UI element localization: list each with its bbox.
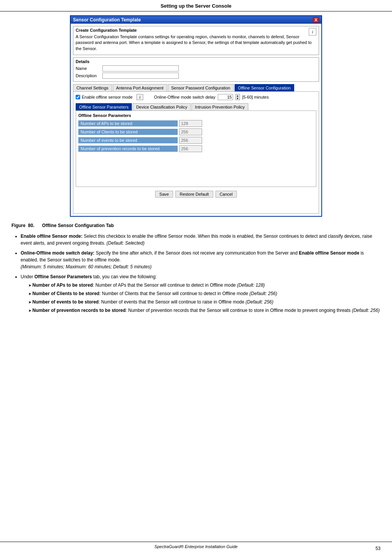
param-row-prevention: Number of prevention records to be store… (78, 145, 314, 152)
tab-content-offline: Enable offline sensor mode i Online-Offl… (73, 91, 319, 214)
name-label: Name (76, 66, 102, 71)
details-title: Details (76, 59, 316, 64)
main-tab-strip: Channel Settings Antenna Port Assignment… (73, 84, 319, 91)
param-row-clients: Number of Clients to be stored 256 (78, 128, 314, 135)
param-value-events: 256 (179, 137, 202, 144)
delay-up-arrow[interactable]: ▲ (236, 94, 240, 97)
param-label-aps: Number of APs to be stored (78, 120, 178, 127)
sub-item-clients: Number of Clients to be stored: Number o… (28, 290, 381, 297)
sub-list: Number of APs to be stored: Number of AP… (21, 282, 381, 314)
sensor-config-dialog: Sensor Configuration Template X i Create… (70, 15, 322, 217)
sub-section-title: Offline Sensor Parameters (78, 113, 314, 118)
enable-offline-label: Enable offline sensor mode (82, 95, 133, 99)
sub-tab-strip: Offline Sensor Parameters Device Classif… (76, 103, 316, 110)
delay-label: Online-Offline mode switch delay (154, 95, 215, 99)
info-icon: i (309, 28, 316, 36)
param-row-aps: Number of APs to be stored 128 (78, 120, 314, 127)
description-label: Description (76, 73, 102, 78)
param-label-clients: Number of Clients to be stored (78, 129, 178, 135)
restore-default-button[interactable]: Restore Default (175, 191, 213, 198)
param-value-clients: 256 (179, 128, 202, 135)
button-row: Save Restore Default Cancel (76, 191, 316, 199)
enable-offline-checkbox[interactable] (76, 95, 80, 99)
tab-offline-sensor[interactable]: Offline Sensor Configuration (235, 84, 294, 91)
close-button[interactable]: X (313, 17, 319, 23)
delay-range: [5-60] minutes (242, 95, 269, 99)
page-footer: SpectraGuard® Enterprise Installation Gu… (0, 542, 392, 551)
name-input[interactable] (102, 65, 179, 71)
tab-channel-settings[interactable]: Channel Settings (73, 84, 112, 91)
bullet-1: Enable offline Sensor mode: Select this … (21, 233, 381, 247)
details-section: Details Name Description (73, 57, 319, 82)
template-description: A Sensor Configuration Template contains… (76, 34, 316, 52)
sub-tab-offline-params[interactable]: Offline Sensor Parameters (76, 103, 132, 110)
delay-down-arrow[interactable]: ▼ (236, 97, 240, 100)
dialog-titlebar: Sensor Configuration Template X (71, 16, 321, 24)
create-template-section: i Create Configuration Template A Sensor… (73, 26, 319, 55)
sub-item-events: Number of events to be stored: Number of… (28, 299, 381, 305)
param-label-prevention: Number of prevention records to be store… (78, 146, 178, 152)
tab-antenna-port[interactable]: Antenna Port Assignment (113, 84, 167, 91)
sub-item-prevention: Number of prevention records to be store… (28, 307, 381, 314)
create-template-title: Create Configuration Template (76, 28, 316, 32)
figure-caption: Figure 80. Offline Sensor Configuration … (11, 223, 381, 228)
sub-item-aps: Number of APs to be stored: Number of AP… (28, 282, 381, 289)
page-header: Setting up the Server Console (0, 0, 392, 11)
offline-info-icon: i (136, 94, 143, 100)
sub-tab-intrusion-prevention[interactable]: Intrusion Prevention Policy (191, 103, 248, 110)
save-button[interactable]: Save (155, 191, 173, 198)
description-input[interactable] (102, 73, 179, 79)
description-list: Enable offline Sensor mode: Select this … (11, 233, 381, 314)
page-number: 53 (376, 546, 381, 551)
sub-tab-content: Offline Sensor Parameters Number of APs … (76, 110, 316, 187)
param-value-prevention: 256 (179, 145, 202, 152)
delay-input[interactable] (218, 94, 233, 100)
bullet-2: Online-Offline mode switch delay: Specif… (21, 250, 381, 270)
param-value-aps: 128 (179, 120, 202, 127)
tab-sensor-password[interactable]: Sensor Password Configuration (168, 84, 234, 91)
cancel-button[interactable]: Cancel (215, 191, 237, 198)
param-label-events: Number of events to be stored (78, 137, 178, 143)
param-row-events: Number of events to be stored 256 (78, 137, 314, 144)
bullet-3: Under Offline Sensor Parameters tab, you… (21, 273, 381, 314)
sub-tab-device-classification[interactable]: Device Classification Policy (133, 103, 191, 110)
dialog-title: Sensor Configuration Template (73, 17, 141, 23)
